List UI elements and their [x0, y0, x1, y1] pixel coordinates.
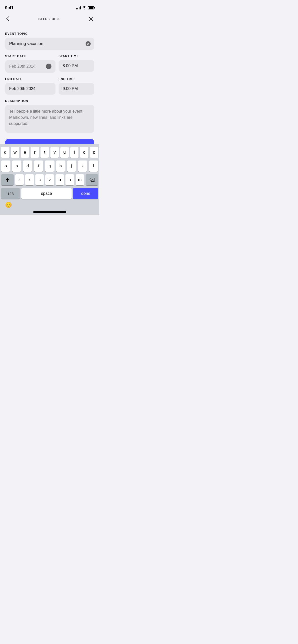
key-space[interactable]: space	[21, 188, 72, 199]
home-bar	[33, 211, 66, 213]
start-row: START DATE Feb 20th 2024 START TIME	[5, 50, 94, 73]
start-date-value: Feb 20th 2024	[9, 64, 35, 69]
keyboard-row-1: q w e r t y u i o p	[1, 147, 98, 158]
step-indicator: STEP 2 OF 3	[38, 17, 60, 21]
key-d[interactable]: d	[23, 160, 32, 172]
form-content: EVENT TOPIC START DATE Feb 20th 2024 STA…	[0, 25, 99, 158]
end-row: END DATE Feb 20th 2024 END TIME	[5, 73, 94, 95]
key-e[interactable]: e	[21, 147, 29, 158]
key-r[interactable]: r	[31, 147, 39, 158]
end-time-col: END TIME	[59, 73, 94, 95]
key-shift[interactable]	[1, 174, 14, 185]
end-date-label: END DATE	[5, 77, 56, 81]
key-numbers[interactable]: 123	[1, 188, 20, 199]
date-dot-icon	[46, 64, 51, 69]
start-time-col: START TIME	[59, 50, 94, 73]
end-date-value: Feb 20th 2024	[9, 86, 35, 91]
key-p[interactable]: p	[90, 147, 98, 158]
keyboard-bottom-row: 123 space done	[1, 188, 98, 199]
event-topic-label: EVENT TOPIC	[5, 32, 94, 36]
description-input[interactable]	[5, 105, 94, 133]
keyboard-row-2: a s d f g h j k l	[1, 160, 98, 172]
start-time-label: START TIME	[59, 54, 94, 58]
key-n[interactable]: n	[65, 174, 74, 185]
start-date-label: START DATE	[5, 54, 56, 58]
clear-topic-button[interactable]	[85, 41, 91, 47]
key-w[interactable]: w	[11, 147, 19, 158]
key-j[interactable]: j	[67, 160, 76, 172]
key-q[interactable]: q	[1, 147, 9, 158]
key-f[interactable]: f	[34, 160, 43, 172]
keyboard: q w e r t y u i o p a s d f g h j k l z …	[0, 144, 99, 215]
back-button[interactable]	[5, 15, 10, 22]
key-y[interactable]: y	[50, 147, 59, 158]
key-t[interactable]: t	[40, 147, 49, 158]
key-s[interactable]: s	[12, 160, 21, 172]
end-time-label: END TIME	[59, 77, 94, 81]
key-m[interactable]: m	[76, 174, 84, 185]
home-indicator	[1, 210, 98, 213]
nav-bar: STEP 2 OF 3	[0, 12, 99, 25]
key-v[interactable]: v	[45, 174, 54, 185]
status-time: 9:41	[5, 5, 13, 10]
battery-icon	[88, 6, 94, 9]
start-date-input[interactable]: Feb 20th 2024	[5, 60, 56, 73]
key-i[interactable]: i	[70, 147, 79, 158]
description-label: DESCRIPTION	[5, 99, 94, 103]
key-k[interactable]: k	[78, 160, 87, 172]
key-u[interactable]: u	[60, 147, 69, 158]
event-topic-input[interactable]	[5, 38, 94, 50]
key-z[interactable]: z	[15, 174, 24, 185]
wifi-icon	[82, 6, 86, 9]
key-a[interactable]: a	[1, 160, 10, 172]
keyboard-row-3: z x c v b n m	[1, 174, 98, 185]
key-c[interactable]: c	[35, 174, 44, 185]
status-icons	[76, 6, 94, 9]
event-topic-wrapper	[5, 38, 94, 50]
key-x[interactable]: x	[25, 174, 34, 185]
start-time-input[interactable]	[59, 60, 94, 72]
signal-icon	[76, 6, 81, 9]
start-date-col: START DATE Feb 20th 2024	[5, 50, 56, 73]
close-button[interactable]	[88, 16, 94, 22]
key-o[interactable]: o	[80, 147, 88, 158]
key-b[interactable]: b	[56, 174, 64, 185]
emoji-bar: 😊	[1, 200, 98, 210]
end-date-col: END DATE Feb 20th 2024	[5, 73, 56, 95]
key-g[interactable]: g	[45, 160, 54, 172]
key-l[interactable]: l	[89, 160, 98, 172]
end-time-input[interactable]	[59, 83, 94, 95]
emoji-button[interactable]: 😊	[5, 202, 12, 208]
key-h[interactable]: h	[56, 160, 65, 172]
key-delete[interactable]	[86, 174, 98, 185]
status-bar: 9:41	[0, 0, 99, 12]
end-date-input[interactable]: Feb 20th 2024	[5, 83, 56, 95]
key-done[interactable]: done	[73, 188, 98, 199]
